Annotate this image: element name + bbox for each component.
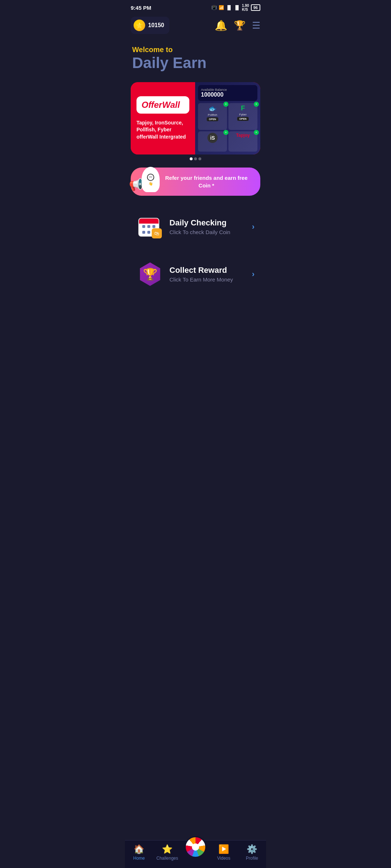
challenges-icon: ⭐ xyxy=(162,844,173,854)
tapjoy-badge: + xyxy=(254,130,259,135)
cal-dot xyxy=(142,225,145,228)
status-bar: 9:45 PM 📳 📶 ▐▌ ▐▌ 1.90K/S 96 xyxy=(125,0,266,14)
provider-pollfish: 🐟 Pollfish OPEN + xyxy=(198,103,227,130)
speed-icon: 1.90K/S xyxy=(242,4,249,12)
welcome-section: Welcome to Daily Earn xyxy=(125,38,266,75)
coin-badge[interactable]: ⭐ 10150 xyxy=(131,17,169,34)
coin-icon: ⭐ xyxy=(134,20,145,31)
header: ⭐ 10150 🔔 🏆 ☰ xyxy=(125,14,266,38)
ironsource-badge: + xyxy=(223,130,228,135)
referral-banner[interactable]: 📢 👓 👋 Refer your friends and earn free C… xyxy=(131,168,260,196)
status-icons: 📳 📶 ▐▌ ▐▌ 1.90K/S 96 xyxy=(211,4,260,12)
dot-3 xyxy=(198,157,201,160)
banner-section: OfferWall Tapjoy, IronSource,Pollfish, F… xyxy=(125,75,266,168)
pollfish-badge: + xyxy=(223,102,228,107)
banner-left: OfferWall Tapjoy, IronSource,Pollfish, F… xyxy=(131,82,195,154)
referral-mascot: 📢 👓 👋 xyxy=(127,163,163,199)
collect-reward-title: Collect Reward xyxy=(169,266,246,275)
mock-balance-amount: 1000000 xyxy=(201,92,255,98)
leaderboard-icon[interactable]: 🏆 xyxy=(234,20,245,31)
banner-right: Available Balance 1000000 🐟 Pollfish OPE… xyxy=(195,82,260,154)
pollfish-icon: 🐟 xyxy=(209,105,216,113)
collect-reward-card[interactable]: 🏆 Collect Reward Click To Earn More Mone… xyxy=(131,254,260,294)
signal-icon: ▐▌ xyxy=(226,5,232,10)
nav-videos-label: Videos xyxy=(217,856,230,861)
fyber-open: OPEN xyxy=(237,117,249,121)
welcome-to-label: Welcome to xyxy=(132,46,259,54)
tapjoy-icon: Tapjoy xyxy=(236,133,250,138)
dot-2 xyxy=(194,157,197,160)
cal-dot xyxy=(152,225,155,228)
collect-reward-icon: 🏆 xyxy=(136,261,164,288)
provider-fyber: F Fyber OPEN + xyxy=(228,103,257,130)
banner-description: Tapjoy, IronSource,Pollfish, FyberofferW… xyxy=(136,119,189,141)
mock-balance-label: Available Balance xyxy=(201,88,255,92)
signal2-icon: ▐▌ xyxy=(234,5,240,10)
cal-dot xyxy=(147,231,150,234)
cal-dot xyxy=(147,225,150,228)
nav-spin[interactable] xyxy=(181,847,210,858)
provider-ironsource: iS + xyxy=(198,131,227,152)
referral-section: 📢 👓 👋 Refer your friends and earn free C… xyxy=(125,168,266,203)
offerwall-title-box: OfferWall xyxy=(136,96,189,114)
home-icon: 🏠 xyxy=(134,844,144,854)
cal-top xyxy=(139,219,159,224)
nav-profile-label: Profile xyxy=(246,856,258,861)
cal-dot xyxy=(142,231,145,234)
daily-checking-card[interactable]: 🛍 Daily Checking Click To check Daily Co… xyxy=(131,207,260,247)
daily-checking-subtitle: Click To check Daily Coin xyxy=(169,229,246,235)
daily-checking-icon: 🛍 xyxy=(136,213,164,240)
collect-reward-arrow: › xyxy=(252,270,255,279)
provider-tapjoy: Tapjoy + xyxy=(228,131,257,152)
collect-reward-subtitle: Click To Earn More Money xyxy=(169,276,246,283)
mock-balance-box: Available Balance 1000000 xyxy=(198,85,257,101)
fyber-badge: + xyxy=(254,102,259,107)
videos-icon: ▶️ xyxy=(218,844,229,854)
pollfish-label: Pollfish xyxy=(208,113,217,117)
bottom-nav: 🏠 Home ⭐ Challenges ▶️ Videos ⚙️ Profile xyxy=(125,840,266,868)
offerwall-title: OfferWall xyxy=(142,100,184,110)
wifi-icon: 📶 xyxy=(219,5,224,10)
nav-home-label: Home xyxy=(133,856,145,861)
daily-checking-text: Daily Checking Click To check Daily Coin xyxy=(169,218,246,235)
bell-icon[interactable]: 🔔 xyxy=(215,20,227,31)
battery-icon: 96 xyxy=(251,4,260,11)
ironsource-icon: iS xyxy=(207,133,218,143)
coin-amount: 10150 xyxy=(148,22,164,29)
nav-profile[interactable]: ⚙️ Profile xyxy=(238,844,266,861)
daily-checking-arrow: › xyxy=(252,222,255,232)
hamburger-menu-icon[interactable]: ☰ xyxy=(252,20,260,31)
banner-dots xyxy=(131,157,260,160)
nav-videos[interactable]: ▶️ Videos xyxy=(210,844,238,861)
fyber-label: Fyber xyxy=(239,113,247,116)
nav-challenges[interactable]: ⭐ Challenges xyxy=(153,844,181,861)
profile-icon: ⚙️ xyxy=(247,844,257,854)
app-title: Daily Earn xyxy=(132,55,259,71)
status-time: 9:45 PM xyxy=(131,5,151,11)
bag-icon: 🛍 xyxy=(152,228,162,238)
features-section: 🛍 Daily Checking Click To check Daily Co… xyxy=(125,203,266,305)
referral-text: Refer your friends and earn free Coin * xyxy=(160,174,253,189)
mock-provider-grid: 🐟 Pollfish OPEN + F Fyber OPEN + iS + Ta… xyxy=(198,103,257,152)
page-bottom-padding xyxy=(125,305,266,334)
vibrate-icon: 📳 xyxy=(211,5,217,10)
offerwall-banner[interactable]: OfferWall Tapjoy, IronSource,Pollfish, F… xyxy=(131,82,260,154)
spin-wheel-icon[interactable] xyxy=(185,836,206,858)
hexagon-trophy-icon: 🏆 xyxy=(138,262,162,286)
pollfish-open: OPEN xyxy=(207,117,218,121)
collect-reward-text: Collect Reward Click To Earn More Money xyxy=(169,266,246,283)
header-icons: 🔔 🏆 ☰ xyxy=(215,20,260,31)
daily-checking-title: Daily Checking xyxy=(169,218,246,228)
nav-home[interactable]: 🏠 Home xyxy=(125,844,153,861)
calendar-icon: 🛍 xyxy=(138,215,162,238)
nav-challenges-label: Challenges xyxy=(156,856,178,861)
spin-wheel-center xyxy=(192,843,199,851)
fyber-icon: F xyxy=(241,105,245,112)
dot-1 xyxy=(190,157,193,160)
